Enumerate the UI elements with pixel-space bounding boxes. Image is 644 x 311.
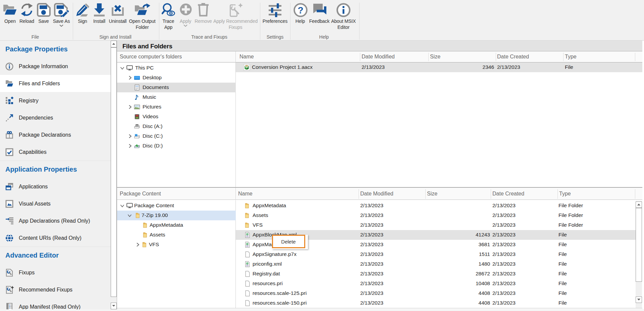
svg-text:?: ? — [298, 5, 303, 15]
